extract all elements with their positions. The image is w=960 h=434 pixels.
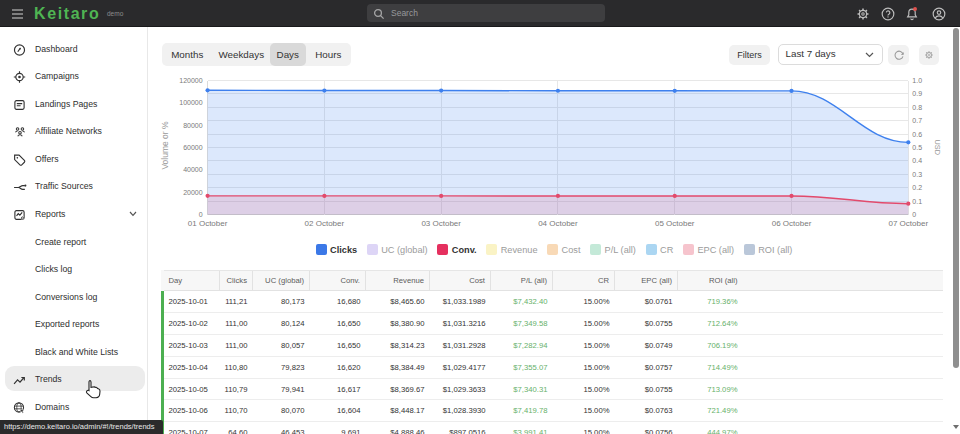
- svg-text:USD: USD: [933, 140, 942, 155]
- svg-text:80000: 80000: [183, 122, 203, 129]
- svg-text:0.6: 0.6: [912, 131, 922, 138]
- svg-text:60000: 60000: [183, 144, 203, 151]
- svg-text:02 October: 02 October: [305, 219, 345, 228]
- svg-text:07 October: 07 October: [889, 219, 929, 228]
- svg-text:1.0: 1.0: [912, 77, 922, 84]
- svg-text:0: 0: [199, 211, 203, 218]
- svg-text:Volume or %: Volume or %: [160, 121, 170, 170]
- svg-text:0.5: 0.5: [912, 144, 922, 151]
- svg-text:0.4: 0.4: [912, 157, 922, 164]
- svg-text:0.3: 0.3: [912, 171, 922, 178]
- svg-text:0.2: 0.2: [912, 184, 922, 191]
- svg-text:06 October: 06 October: [772, 219, 812, 228]
- svg-text:0.8: 0.8: [912, 104, 922, 111]
- svg-text:100000: 100000: [179, 99, 202, 106]
- svg-text:120000: 120000: [179, 77, 202, 84]
- svg-text:01 October: 01 October: [188, 219, 228, 228]
- svg-text:40000: 40000: [183, 166, 203, 173]
- svg-text:20000: 20000: [183, 189, 203, 196]
- svg-text:05 October: 05 October: [655, 219, 695, 228]
- svg-text:03 October: 03 October: [421, 219, 461, 228]
- svg-text:0: 0: [912, 211, 916, 218]
- svg-text:0.9: 0.9: [912, 90, 922, 97]
- svg-text:0.1: 0.1: [912, 198, 922, 205]
- svg-text:0.7: 0.7: [912, 117, 922, 124]
- svg-text:04 October: 04 October: [538, 219, 578, 228]
